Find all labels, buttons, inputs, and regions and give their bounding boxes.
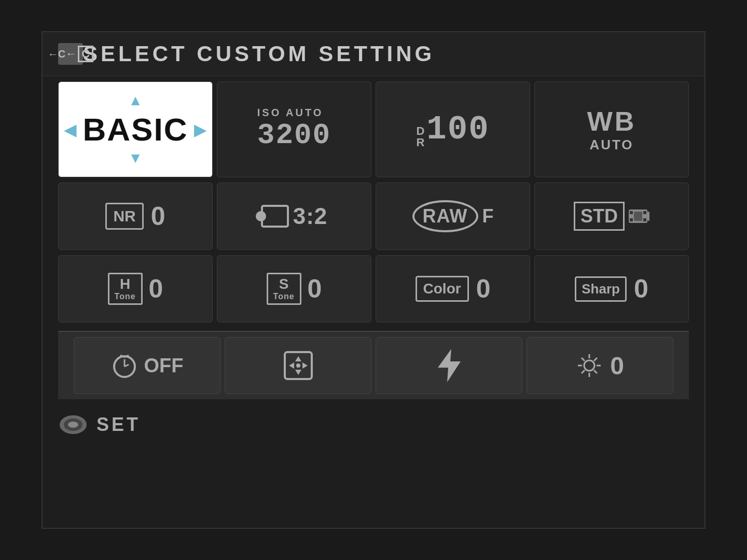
timer-off-label: OFF	[144, 355, 184, 377]
page-title: SELECT CUSTOM SETTING	[83, 41, 435, 66]
timer-icon	[111, 352, 138, 379]
camera-screen: ← C SELECT CUSTOM SETTING ▲ ◀ BASIC ▶ ▼	[42, 31, 706, 529]
htone-letter: H	[120, 276, 130, 292]
main-content: ▲ ◀ BASIC ▶ ▼ ISO AUTO 3200	[43, 76, 704, 404]
sharp-cell[interactable]: Sharp 0	[534, 255, 689, 323]
color-cell[interactable]: Color 0	[376, 255, 530, 323]
arrow-right-icon: ▶	[188, 120, 213, 139]
raw-cell[interactable]: RAW F	[376, 183, 530, 250]
svg-marker-13	[295, 356, 301, 361]
raw-oval: RAW	[412, 200, 478, 232]
htone-cell[interactable]: H Tone 0	[58, 255, 213, 323]
set-icon	[58, 413, 88, 437]
sharp-label: Sharp	[582, 281, 620, 297]
back-icon[interactable]: ← C	[58, 43, 83, 65]
stone-box: S Tone	[267, 273, 301, 305]
iso-top-label: ISO AUTO	[257, 107, 331, 119]
iso-display: ISO AUTO 3200	[257, 107, 331, 152]
svg-rect-1	[630, 211, 633, 214]
svg-rect-6	[647, 212, 649, 221]
set-label: SET	[96, 414, 141, 436]
stone-letter: S	[279, 276, 289, 292]
wb-label: WB	[587, 106, 637, 137]
iso-value: 3200	[257, 119, 331, 152]
wb-display: WB AUTO	[587, 106, 637, 153]
row-3: H Tone 0 S Tone 0	[58, 255, 689, 323]
stone-cell[interactable]: S Tone 0	[217, 255, 371, 323]
svg-marker-14	[295, 370, 301, 375]
brightness-value: 0	[610, 352, 624, 380]
htone-value: 0	[149, 274, 163, 304]
basic-cell[interactable]: ▲ ◀ BASIC ▶ ▼	[58, 81, 213, 177]
dr-cell[interactable]: D R 100	[376, 81, 530, 177]
sharp-box: Sharp	[575, 276, 627, 302]
grid-cell[interactable]	[225, 337, 371, 394]
flash-cell[interactable]	[376, 337, 522, 394]
nr-label: NR	[113, 207, 135, 225]
svg-line-27	[582, 370, 585, 373]
htone-box: H Tone	[108, 273, 143, 305]
svg-marker-16	[302, 362, 308, 369]
aspect-label: 3:2	[293, 203, 328, 229]
svg-line-24	[582, 358, 585, 361]
bottom-bar: OFF	[58, 331, 689, 399]
svg-marker-18	[438, 349, 461, 382]
svg-line-26	[594, 358, 597, 361]
nr-value: 0	[151, 201, 165, 231]
wb-cell[interactable]: WB AUTO	[534, 81, 689, 177]
brightness-icon	[576, 352, 603, 379]
svg-line-25	[594, 370, 597, 373]
arrow-up-icon: ▲	[128, 92, 143, 109]
stone-word: Tone	[273, 292, 295, 301]
row-2: NR 0 3:2	[58, 183, 689, 250]
aspect-cell[interactable]: 3:2	[217, 183, 371, 250]
color-value: 0	[476, 274, 491, 304]
header: ← C SELECT CUSTOM SETTING	[43, 32, 704, 76]
svg-rect-5	[634, 212, 642, 221]
svg-point-30	[68, 422, 78, 428]
timer-cell[interactable]: OFF	[74, 337, 220, 394]
dr-label: D	[416, 125, 425, 137]
raw-quality: F	[482, 205, 494, 227]
nr-box: NR	[105, 203, 143, 230]
std-cell[interactable]: STD	[534, 183, 689, 250]
footer: SET	[43, 404, 704, 445]
basic-label: BASIC	[83, 111, 188, 148]
svg-rect-2	[630, 218, 633, 221]
flash-icon	[434, 347, 465, 384]
svg-marker-15	[289, 362, 294, 369]
wb-value: AUTO	[589, 137, 633, 153]
row-1: ▲ ◀ BASIC ▶ ▼ ISO AUTO 3200	[58, 81, 689, 177]
svg-point-19	[584, 360, 594, 371]
svg-rect-4	[643, 218, 646, 221]
std-label: STD	[580, 205, 618, 227]
arrow-left-icon: ◀	[58, 120, 83, 139]
color-label: Color	[423, 281, 461, 297]
arrow-down-icon: ▼	[128, 150, 143, 166]
std-box: STD	[574, 202, 625, 231]
stone-value: 0	[308, 274, 322, 304]
svg-point-17	[296, 363, 300, 368]
raw-label: RAW	[423, 205, 468, 227]
film-icon	[629, 207, 649, 225]
brightness-cell[interactable]: 0	[527, 337, 673, 394]
nr-cell[interactable]: NR 0	[58, 183, 213, 250]
dr-sublabel: R	[416, 137, 425, 148]
crosshair-icon	[280, 347, 317, 384]
color-box: Color	[416, 276, 469, 302]
iso-cell[interactable]: ISO AUTO 3200	[217, 81, 371, 177]
dr-value: 100	[426, 111, 489, 148]
svg-rect-3	[643, 211, 646, 214]
htone-word: Tone	[115, 292, 136, 301]
aspect-icon	[261, 205, 289, 228]
sharp-value: 0	[634, 274, 648, 304]
